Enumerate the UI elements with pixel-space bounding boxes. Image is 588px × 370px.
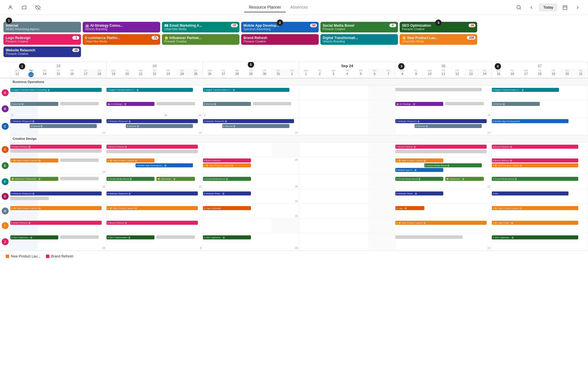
bar-website-relaunch-3[interactable]: 2 Website Relaunch|| (203, 119, 294, 123)
bar-internal-2b[interactable]: 8 Internal|| (126, 124, 193, 128)
resource-row-2: B 8 Internal|| 8 🤖 AI-Strategi...|| 3 (0, 100, 588, 118)
badge-4-cal: 4 (495, 63, 501, 69)
bar-digital-transformation-1[interactable]: 8 Digital Transformation Consulting || (10, 88, 102, 92)
bar-website-cd-3[interactable]: 8 Website Relai...|| (203, 191, 251, 195)
bar-website-relaunch-1[interactable]: 2 Website Relaunch|| (10, 119, 102, 123)
num-16: 16 (199, 114, 202, 117)
bar-npl-cd5-6[interactable]: 3 🌟 New Product Launch|| (492, 206, 578, 210)
bar-internal-5b[interactable]: 8 Internal|| (415, 124, 482, 128)
card-email-marketing[interactable]: 📧 Email Marketing A... UrbanVibe Media -… (162, 22, 239, 32)
day-mo-12: MO12 (10, 69, 24, 78)
gantt-row-3: 2 Website Relaunch|| 8 Internal|| 14 2 W… (10, 118, 588, 135)
cd1-sep24 (299, 142, 395, 157)
back-icon[interactable] (527, 3, 536, 12)
bar-mobile-app-5[interactable]: 8 Mobile App D...|| (395, 168, 443, 172)
tab-absences[interactable]: Absences (286, 3, 312, 12)
search-icon[interactable] (514, 3, 523, 12)
bar-ai-strategy-5[interactable]: 🤖 AI-Strategi...|| (395, 102, 443, 106)
calendar-header: 1 33 MO12 TU13 WE14 TH15 FR16 SA17 SU18 … (0, 62, 588, 78)
gray-block-3 (156, 102, 195, 105)
bar-brand-refresh-35[interactable]: 8 Brand Refresh (203, 158, 251, 162)
forward-icon[interactable] (573, 3, 582, 12)
bar-social-media-5[interactable]: 8 Social Media Boost|| (424, 163, 482, 167)
card-influencer[interactable]: 🌟 Influencer Partner... Pinnacle Creativ… (162, 34, 239, 45)
bar-brand-refresh-6[interactable]: 8 Brand Refresh|| (492, 145, 578, 149)
week-sep24: Sep 24 MO1 TU2 WE3 TH4 FR5 SA6 SU7 (299, 62, 395, 78)
gray-block-cd5 (395, 150, 487, 153)
bar-internal-1[interactable]: 8 Internal|| (10, 102, 58, 106)
bar-npl-cd5-2[interactable]: 8 🌟 New Product Launch|| (107, 206, 198, 210)
bar-npl-cd6-6[interactable]: 8 🌟 New Prodi...|| (492, 221, 578, 225)
bar-npl-2[interactable]: 2 🌟 New Product Launch|| (107, 158, 154, 162)
card-website-relaunch[interactable]: Website Relaunch Pinnacle Creative -45 (3, 47, 81, 57)
person-icon[interactable] (6, 3, 15, 12)
bar-influencer-1[interactable]: 🌟 Influencer Partnershi...|| (10, 177, 58, 181)
bar-brand-cd6-1[interactable]: 8 Brand Refresh|| (10, 221, 102, 225)
today-button[interactable]: Today (539, 4, 557, 11)
bar-website-cd-5[interactable]: 8 Website Relai...|| (395, 191, 443, 195)
bar-seo-1[interactable]: 8 SEO Optimiza...|| (10, 235, 58, 239)
project-cards-area: 1 Internal DEMO Advertising Agency 🤖 AI-… (0, 15, 588, 62)
bar-npl-cd5-1[interactable]: 3 🌟 New Product Launch|| (10, 206, 102, 210)
bar-brand-refresh-2[interactable]: 4 Brand Refresh|| (107, 145, 198, 149)
bar-website-cd-2[interactable]: 8 Website Relaunch|| (107, 191, 198, 195)
bar-brand-cd6-2[interactable]: 8 Brand Refresh|| (107, 221, 198, 225)
card-logo-redesign[interactable]: Logo Redesign Pinnacle Creative -1 (3, 34, 81, 45)
gantt-cd-row-5: 3 🌟 New Product Launch|| 8 🌟 New Product… (10, 204, 588, 218)
bar-influencer-2[interactable]: 🌟 Influencer...|| (156, 177, 195, 181)
card-internal[interactable]: Internal DEMO Advertising Agency (3, 22, 81, 32)
bar-mobile-app-2[interactable]: 4 Mobile App Developme...|| (136, 163, 193, 167)
bar-digital-transformation-6[interactable]: 2 Digital Transformation C... || (492, 88, 559, 92)
legend-brand: Brand Refresh (46, 254, 73, 258)
gantt-cd-row-7: 8 SEO Optimiza...|| 28 8 SEO Optimizatio… (10, 233, 588, 250)
bar-digital-transformation-3[interactable]: 2 Digital Transformation C... || (203, 88, 289, 92)
bar-internal-3[interactable]: 8 Internal|| (203, 102, 251, 106)
bar-brand-refresh-1[interactable]: 4 Brand Refresh|| (10, 145, 102, 149)
bar-npl-5[interactable]: 2 🌟 New Product Launch|| (395, 158, 443, 162)
bar-npl-1[interactable]: 2 🌟 New Product Launch|| (10, 158, 58, 162)
day-fr-19: FR19 (547, 69, 560, 76)
card-brand-refresh[interactable]: Brand Refresh Pinnacle Creative (241, 34, 319, 45)
bar-brand-refresh-37[interactable]: 8 Brand Refresh|| (492, 158, 578, 162)
top-bar-right: Today (514, 3, 582, 12)
card-social-media-boost[interactable]: Social Media Boost Pinnacle Creative 9 (320, 22, 398, 32)
eye-off-icon[interactable] (33, 3, 42, 12)
bar-ai-strategy-2[interactable]: 🤖 AI-Strategi...|| (107, 102, 154, 106)
bar-mobile-app-6[interactable]: 8 Mobile App Development (492, 119, 568, 123)
bar-internal-6[interactable]: 8 Internal|| (492, 102, 540, 106)
bar-influencer-5[interactable]: 🌟 Influencer...|| (445, 177, 484, 181)
bar-seo-2[interactable]: 8 SEO Optimization|| (107, 235, 154, 239)
bar-npl-cd6-5[interactable]: 8 🌟 New Product Launch|| (395, 221, 487, 225)
tab-resource-planner[interactable]: Resource Planner (244, 3, 286, 12)
card-new-product-launch[interactable]: 🌟 New Product Lau... UrbanVibe Media -22… (400, 34, 477, 45)
week-sep24-col-1 (299, 86, 395, 100)
bar-logo-redesign-5[interactable]: 8 Log...|| (395, 206, 424, 210)
bar-internal-1b[interactable]: 8 Internal|| (30, 124, 97, 128)
bar-social-media-3[interactable]: 4 Social Media Boost|| (203, 177, 251, 181)
bar-website-relaunch-5[interactable]: 2 Website Relaunch|| (395, 119, 487, 123)
bar-seo-3[interactable]: 2 SEO Optimiza...|| (203, 235, 251, 239)
cd-row-6: I 8 Brand Refresh|| 8 Brand Refresh|| (0, 218, 588, 233)
bar-brand-refresh-5[interactable]: 4 Brand Refresh|| (395, 145, 487, 149)
bar-seo-6[interactable]: 2 SEO Optimize...|| (492, 235, 578, 239)
card-ai-strategy[interactable]: 🤖 AI-Strategy Consu... Velocity Branding (83, 22, 160, 32)
bar-logo-redesign-3[interactable]: 8 Logo Redesign (203, 206, 251, 210)
card-ecommerce[interactable]: E-commerce Platfor... UrbanVibe Media -7… (83, 34, 160, 45)
bar-website-cd-6[interactable]: 8 We... (492, 191, 568, 195)
bar-npl-35[interactable]: 2 🌟 New Product Launch|| (203, 163, 251, 167)
bar-internal-3b[interactable]: 8 Internal|| (222, 124, 289, 128)
calendar-icon[interactable] (560, 3, 570, 12)
bar-social-media-5b[interactable]: 4 Social Media Boost|| (395, 177, 443, 181)
day-tu-9: TU9 (409, 69, 423, 76)
bar-social-media-2[interactable]: 4 Social Media Boost|| (107, 177, 154, 181)
resource-row-3: C 2 Website Relaunch|| 8 Internal|| 14 2… (0, 118, 588, 135)
day-th-29: TH29 (244, 69, 258, 76)
bar-website-cd-1[interactable]: 8 Website Relaunch|| (10, 191, 102, 195)
card-digital-transformation[interactable]: Digital Transformati... Velocity Brandin… (320, 34, 398, 45)
bar-digital-transformation-2[interactable]: 2 Digital Transformation C... || (107, 88, 193, 92)
folder-icon[interactable] (20, 3, 29, 12)
bar-social-media-6[interactable]: 4 Social Media Boost|| (492, 177, 578, 181)
cd-row-7: J 8 SEO Optimiza...|| 28 8 SEO Optimizat… (0, 233, 588, 251)
bar-website-relaunch-2[interactable]: 2 Website Relaunch|| (107, 119, 198, 123)
bar-npl-37[interactable]: 2 🌟 New Product Launch|| (492, 163, 578, 167)
